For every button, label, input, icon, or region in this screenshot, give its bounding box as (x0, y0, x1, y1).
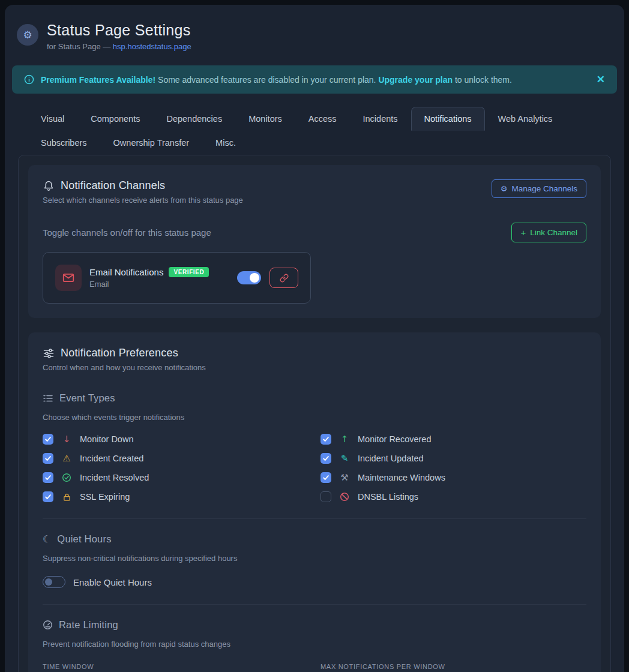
manage-channels-label: Manage Channels (511, 184, 577, 193)
premium-banner: Premium Features Available! Some advance… (12, 65, 617, 94)
info-icon (24, 74, 34, 85)
event-dnsbl-listings: DNSBL Listings (321, 491, 586, 502)
channel-name: Email Notifications (89, 267, 163, 277)
link-channel-label: Link Channel (530, 228, 577, 237)
arrow-up-icon: ↑ (339, 435, 351, 444)
checkbox-monitor-down[interactable] (43, 434, 53, 445)
manage-channels-button[interactable]: ⚙ Manage Channels (492, 179, 586, 198)
notifications-tab-content: Notification Channels Select which chann… (18, 155, 611, 672)
checkbox-monitor-recovered[interactable] (321, 434, 331, 445)
gear-icon: ⚙ (17, 24, 38, 46)
tools-icon: ⚒ (339, 473, 351, 482)
link-channel-button[interactable]: + Link Channel (511, 223, 586, 242)
tab-notifications[interactable]: Notifications (411, 107, 485, 131)
quiet-hours-toggle-label: Enable Quiet Hours (73, 577, 152, 587)
tab-access[interactable]: Access (295, 107, 350, 131)
verified-badge: VERIFIED (169, 267, 209, 277)
channel-item-email: Email Notifications VERIFIED Email (43, 252, 311, 304)
checkbox-incident-resolved[interactable] (43, 472, 53, 483)
checkbox-dnsbl-listings[interactable] (321, 491, 331, 502)
tab-visual[interactable]: Visual (28, 107, 77, 131)
channels-card-subtitle: Select which channels receive alerts fro… (43, 196, 243, 205)
notification-channels-card: Notification Channels Select which chann… (28, 165, 601, 318)
event-types-subtitle: Choose which events trigger notification… (43, 413, 586, 422)
banner-close-button[interactable]: ✕ (597, 73, 605, 86)
rate-limiting-subtitle: Prevent notification flooding from rapid… (43, 640, 586, 649)
event-types-title: Event Types (59, 392, 115, 404)
event-ssl-expiring: SSL Expiring (43, 491, 308, 502)
tab-incidents[interactable]: Incidents (350, 107, 411, 131)
banner-title: Premium Features Available! (41, 75, 155, 85)
max-notifications-label: MAX NOTIFICATIONS PER WINDOW (321, 663, 586, 670)
tab-dependencies[interactable]: Dependencies (153, 107, 235, 131)
email-channel-toggle[interactable] (237, 271, 261, 284)
checkbox-ssl-expiring[interactable] (43, 491, 53, 502)
sliders-icon (43, 347, 55, 359)
quiet-hours-subtitle: Suppress non-critical notifications duri… (43, 554, 586, 563)
settings-panel: ⚙ Status Page Settings for Status Page —… (5, 5, 624, 672)
event-types-grid: ↓ Monitor Down ⚠ Incident Created Incide… (43, 434, 586, 502)
channels-card-title: Notification Channels (61, 179, 165, 192)
event-monitor-down: ↓ Monitor Down (43, 434, 308, 445)
divider (43, 518, 586, 519)
page-title: Status Page Settings (47, 22, 191, 39)
tab-misc[interactable]: Misc. (202, 131, 249, 155)
tab-monitors[interactable]: Monitors (235, 107, 295, 131)
rate-limiting-title: Rate Limiting (59, 619, 118, 631)
quiet-hours-toggle[interactable] (43, 576, 65, 588)
tab-subscribers[interactable]: Subscribers (28, 131, 100, 155)
upgrade-plan-link[interactable]: Upgrade your plan (378, 75, 453, 85)
toggle-hint: Toggle channels on/off for this status p… (43, 227, 211, 238)
notification-preferences-card: Notification Preferences Control when an… (28, 332, 601, 672)
arrow-down-icon: ↓ (61, 435, 73, 444)
gauge-icon (43, 620, 53, 630)
plus-icon: + (520, 227, 526, 238)
event-incident-created: ⚠ Incident Created (43, 453, 308, 464)
tab-web-analytics[interactable]: Web Analytics (485, 107, 566, 131)
tab-components[interactable]: Components (77, 107, 153, 131)
time-window-label: TIME WINDOW (43, 663, 308, 670)
checkbox-incident-created[interactable] (43, 453, 53, 464)
preferences-card-title: Notification Preferences (61, 347, 178, 359)
list-icon (43, 393, 53, 404)
divider (43, 604, 586, 605)
email-icon (55, 265, 82, 291)
lock-icon (61, 493, 73, 502)
page-header: ⚙ Status Page Settings for Status Page —… (5, 5, 624, 65)
unlink-channel-button[interactable] (269, 268, 298, 288)
quiet-hours-title: Quiet Hours (57, 533, 111, 545)
event-incident-resolved: Incident Resolved (43, 472, 308, 483)
moon-icon: ☾ (43, 535, 51, 544)
preferences-card-subtitle: Control when and how you receive notific… (43, 363, 586, 372)
bell-icon (43, 180, 55, 192)
gear-icon: ⚙ (501, 185, 508, 193)
banner-body: Some advanced features are disabled in y… (155, 75, 378, 85)
checkbox-maintenance-windows[interactable] (321, 472, 331, 483)
page-subtitle: for Status Page — hsp.hostedstatus.page (47, 42, 191, 51)
event-maintenance-windows: ⚒ Maintenance Windows (321, 472, 586, 483)
event-incident-updated: ✎ Incident Updated (321, 453, 586, 464)
settings-tabs: Visual Components Dependencies Monitors … (28, 107, 604, 155)
tab-ownership-transfer[interactable]: Ownership Transfer (100, 131, 203, 155)
warning-triangle-icon: ⚠ (61, 454, 73, 463)
link-icon (280, 274, 289, 283)
subtitle-text: for Status Page — (47, 42, 113, 51)
check-circle-icon (61, 473, 73, 482)
pencil-icon: ✎ (339, 454, 351, 463)
status-page-link[interactable]: hsp.hostedstatus.page (113, 42, 191, 51)
checkbox-incident-updated[interactable] (321, 453, 331, 464)
event-monitor-recovered: ↑ Monitor Recovered (321, 434, 586, 445)
channel-type: Email (89, 280, 209, 289)
ban-icon (339, 492, 351, 502)
banner-tail: to unlock them. (453, 75, 512, 85)
